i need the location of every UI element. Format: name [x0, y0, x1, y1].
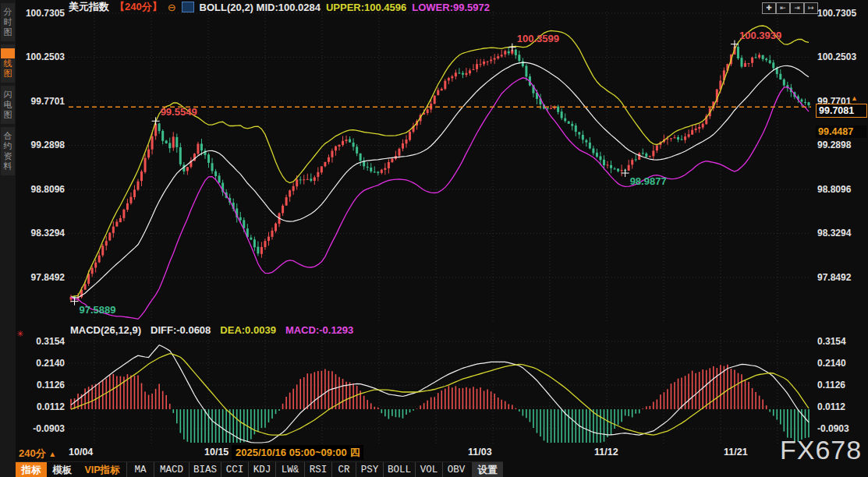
macd-dea-readout: DEA:0.0039: [220, 324, 276, 336]
collapse-icon[interactable]: ⊖: [168, 2, 176, 13]
toolbar-item-vol[interactable]: VOL: [415, 462, 442, 477]
bottom-toolbar: 指标 模板 VIP指标 MA MACD BIAS CCI KDJ LW& RSI…: [16, 461, 503, 477]
date-label: 10/15: [204, 447, 229, 458]
sidebar-tab-contract-info[interactable]: 合约资料: [1, 127, 15, 175]
y-axis-label-right: 98.3294: [817, 228, 866, 238]
pan-right-icon[interactable]: ↦: [804, 2, 818, 14]
period-badge: 【240分】: [115, 0, 162, 14]
sidebar-tab-kline[interactable]: K线图: [1, 44, 15, 83]
svg-text:98.9877: 98.9877: [630, 175, 667, 187]
macd-axis-label-left: 0.1126: [16, 380, 65, 390]
date-label: 11/21: [724, 447, 748, 458]
price-annotation: 98.9877: [622, 169, 667, 187]
period-label: 240分: [19, 447, 46, 459]
y-axis-label-left: 100.2503: [16, 51, 65, 62]
toolbar-item-obv[interactable]: OBV: [442, 462, 469, 477]
svg-text:100.3939: 100.3939: [739, 30, 781, 41]
main-grid: [69, 12, 811, 321]
y-axis-label-left: 98.3294: [16, 228, 65, 238]
price-up-arrow-icon: ▲: [851, 94, 858, 102]
sidebar: 分时图K线图闪电图合约资料: [0, 0, 16, 477]
y-axis-label-right: 98.8096: [817, 184, 866, 195]
macd-diff-line: [71, 345, 809, 443]
toolbar-item-ma[interactable]: MA: [126, 462, 154, 477]
y-axis-label-right: 100.7305: [817, 8, 866, 19]
toolbar-item-indicator[interactable]: 指标: [16, 462, 47, 477]
toolbar-item-template[interactable]: 模板: [47, 462, 78, 477]
chart-type-icon[interactable]: [182, 2, 194, 12]
period-selector[interactable]: 240分 ▲: [19, 447, 56, 461]
toolbar-item-macd[interactable]: MACD: [154, 462, 189, 477]
toolbar-item-vip-indicator[interactable]: VIP指标: [78, 462, 126, 477]
toolbar-item-settings[interactable]: 设置: [472, 462, 503, 477]
sidebar-tab-timeshare[interactable]: 分时图: [1, 3, 15, 41]
main-chart-canvas[interactable]: 99.554997.5889100.359998.9877100.3939: [69, 12, 811, 321]
y-axis-label-left: 98.8096: [16, 184, 65, 195]
date-label: 11/12: [594, 447, 618, 458]
macd-axis-label-left: 0.2140: [16, 358, 65, 369]
macd-axis-label-right: 0.2140: [817, 358, 866, 369]
symbol-title: 美元指数: [69, 0, 109, 14]
macd-axis-label-right: 0.3154: [817, 336, 866, 347]
macd-axis-label-left: -0.0903: [16, 423, 65, 434]
sidebar-tab-lightning[interactable]: 闪电图: [1, 86, 15, 124]
macd-canvas[interactable]: [69, 334, 811, 444]
svg-text:100.3599: 100.3599: [517, 33, 559, 44]
boll-lower-readout: LOWER:99.5972: [412, 2, 490, 13]
macd-name: MACD(26,12,9): [70, 324, 141, 336]
toolbar-item-bias[interactable]: BIAS: [189, 462, 221, 477]
period-arrow-icon: ▲: [48, 450, 56, 458]
time-range-tooltip: 2025/10/16 05:00~09:00 四: [232, 445, 363, 460]
svg-text:97.5889: 97.5889: [80, 304, 116, 316]
price-annotation: 97.5889: [71, 298, 116, 316]
toolbar-item-psy[interactable]: PSY: [356, 462, 383, 477]
y-axis-label-left: 99.7701: [16, 96, 65, 107]
y-axis-label-right: 97.8492: [817, 272, 866, 283]
boll-upper-readout: UPPER:100.4596: [326, 2, 406, 13]
y-axis-label-left: 100.7305: [16, 8, 65, 19]
date-label: 10/04: [69, 447, 93, 458]
chart-header: 美元指数 【240分】 ⊖ BOLL(20,2) MID:100.0284 UP…: [69, 1, 490, 13]
y-axis-label-right: 100.2503: [817, 51, 866, 62]
sidebar-tabs: 分时图K线图闪电图合约资料: [0, 3, 16, 175]
macd-macd-readout: MACD:-0.1293: [285, 324, 353, 336]
macd-axis-label-right: 0.1126: [817, 380, 866, 390]
boll-mid-readout: BOLL(20,2) MID:100.0284: [200, 2, 321, 13]
price-annotation: 100.3599: [508, 33, 559, 51]
date-label: 11/03: [468, 447, 492, 458]
secondary-price-box: 99.4487: [816, 125, 866, 138]
watermark: FX678: [780, 435, 862, 465]
boll-mid-line: [71, 62, 809, 298]
zoom-in-icon[interactable]: ⇥: [790, 2, 804, 14]
macd-alert-icon[interactable]: ✳: [16, 329, 23, 339]
macd-axis-label-left: 0.3154: [16, 336, 65, 347]
svg-text:99.5549: 99.5549: [161, 106, 197, 118]
macd-histogram: [71, 365, 809, 443]
toolbar-item-rsi[interactable]: RSI: [304, 462, 331, 477]
current-price-box: 99.7081: [816, 104, 867, 118]
macd-axis-label-left: 0.0112: [16, 401, 65, 412]
crosshair-icon[interactable]: ✚: [762, 2, 776, 14]
y-axis-label-right: 99.2898: [817, 140, 866, 150]
y-axis-label-left: 99.2898: [16, 140, 65, 150]
toolbar-item-lwr[interactable]: LW&: [275, 462, 304, 477]
macd-header: MACD(26,12,9) DIFF:-0.0608 DEA:0.0039 MA…: [70, 324, 353, 336]
zoom-out-icon[interactable]: ⇤: [776, 2, 790, 14]
y-axis-label-left: 97.8492: [16, 272, 65, 283]
macd-axis-label-right: -0.0903: [817, 423, 866, 434]
macd-dea-line: [71, 354, 809, 436]
chart-window: 分时图K线图闪电图合约资料 美元指数 【240分】 ⊖ BOLL(20,2) M…: [0, 0, 868, 477]
toolbar-item-boll[interactable]: BOLL: [383, 462, 415, 477]
toolbar-item-cci[interactable]: CCI: [221, 462, 248, 477]
boll-upper-line: [71, 26, 809, 297]
macd-axis-label-right: 0.0112: [817, 401, 866, 412]
toolbar-item-cr[interactable]: CR: [331, 462, 356, 477]
toolbar-item-kdj[interactable]: KDJ: [248, 462, 275, 477]
macd-diff-readout: DIFF:-0.0608: [151, 324, 211, 336]
